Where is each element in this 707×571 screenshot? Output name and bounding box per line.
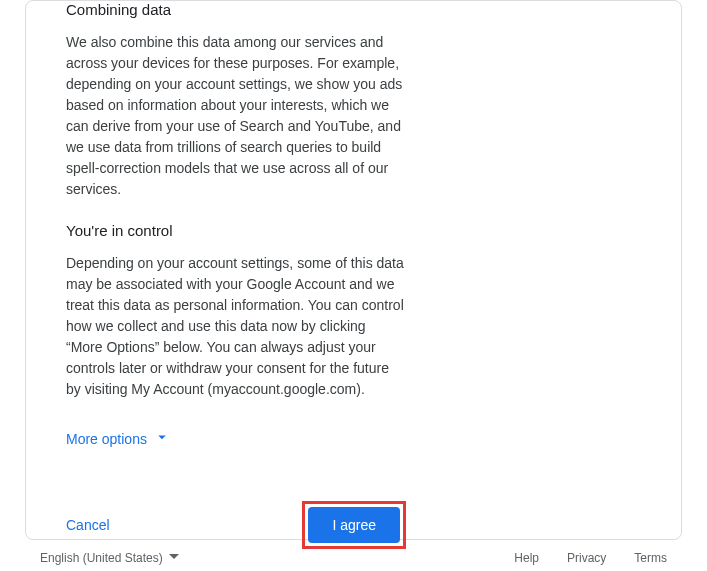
signup-card: Combining data We also combine this data… [25, 0, 682, 540]
caret-down-icon [169, 551, 179, 565]
language-select[interactable]: English (United States) [40, 551, 179, 565]
language-label: English (United States) [40, 551, 163, 565]
combining-data-heading: Combining data [66, 1, 406, 18]
button-row: Cancel I agree [66, 501, 406, 549]
cancel-button[interactable]: Cancel [66, 517, 110, 533]
youre-in-control-text: Depending on your account settings, some… [66, 253, 406, 400]
terms-link[interactable]: Terms [634, 551, 667, 565]
footer: English (United States) Help Privacy Ter… [0, 551, 707, 565]
agree-highlight-box: I agree [302, 501, 406, 549]
chevron-down-icon [153, 428, 171, 449]
youre-in-control-heading: You're in control [66, 222, 406, 239]
more-options-label: More options [66, 431, 147, 447]
footer-links: Help Privacy Terms [514, 551, 667, 565]
agree-button[interactable]: I agree [308, 507, 400, 543]
content-area: Combining data We also combine this data… [66, 1, 406, 549]
help-link[interactable]: Help [514, 551, 539, 565]
combining-data-text: We also combine this data among our serv… [66, 32, 406, 200]
privacy-link[interactable]: Privacy [567, 551, 606, 565]
more-options-toggle[interactable]: More options [66, 428, 171, 449]
